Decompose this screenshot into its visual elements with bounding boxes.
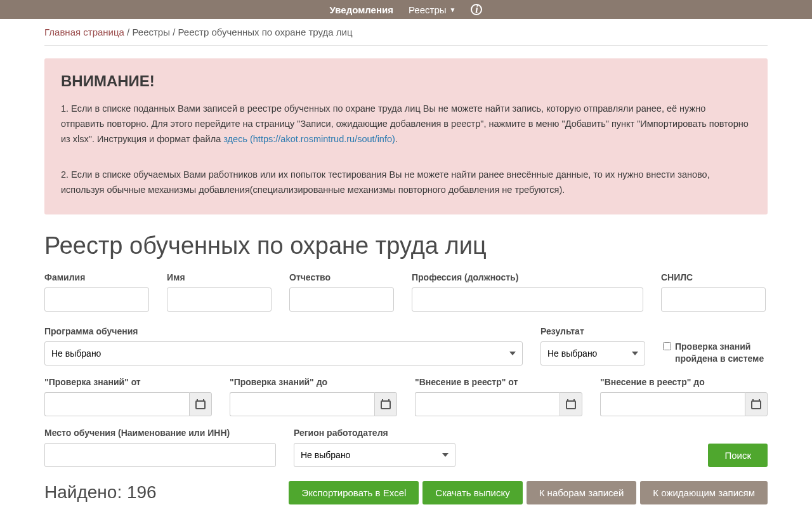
label-program: Программа обучения [44, 326, 523, 336]
nav-notifications[interactable]: Уведомления [322, 4, 401, 15]
to-record-sets-button[interactable]: К наборам записей [527, 481, 637, 504]
input-check-to[interactable] [230, 392, 374, 416]
input-firstname[interactable] [167, 287, 272, 312]
input-snils[interactable] [661, 287, 766, 312]
label-check-to: "Проверка знаний" до [230, 377, 397, 387]
breadcrumb-registries: Реестры [132, 27, 170, 37]
breadcrumb-home[interactable]: Главная страница [44, 27, 124, 37]
calendar-icon [751, 399, 761, 409]
nav-info[interactable]: i [463, 4, 490, 15]
calendar-button-check-to[interactable] [374, 392, 397, 416]
label-place: Место обучения (Наименование или ИНН) [44, 428, 276, 438]
page-title: Реестр обученных по охране труда лиц [44, 232, 768, 260]
calendar-button-entry-from[interactable] [560, 392, 582, 416]
alert-paragraph-2: 2. Если в списке обучаемых Вами работник… [61, 168, 751, 198]
label-check-from: "Проверка знаний" от [44, 377, 212, 387]
select-program[interactable]: Не выбрано [44, 341, 523, 366]
label-snils: СНИЛС [661, 272, 766, 282]
label-patronymic: Отчество [289, 272, 394, 282]
attention-alert: ВНИМАНИЕ! 1. Если в списке поданных Вами… [44, 58, 768, 214]
export-excel-button[interactable]: Экспортировать в Excel [289, 481, 419, 504]
input-entry-to[interactable] [600, 392, 745, 416]
label-profession: Профессия (должность) [412, 272, 643, 282]
alert-title: ВНИМАНИЕ! [61, 72, 751, 90]
input-place[interactable] [44, 443, 276, 467]
calendar-button-entry-to[interactable] [745, 392, 768, 416]
input-entry-from[interactable] [415, 392, 560, 416]
input-profession[interactable] [412, 287, 643, 312]
label-firstname: Имя [167, 272, 272, 282]
breadcrumb: Главная страница / Реестры / Реестр обуч… [44, 19, 768, 46]
calendar-icon [195, 399, 206, 409]
label-check-in-system: Проверка знаний пройдена в системе [675, 341, 768, 366]
label-lastname: Фамилия [44, 272, 149, 282]
top-navbar: Уведомления Реестры ▼ i [0, 0, 812, 19]
label-region: Регион работодателя [294, 428, 455, 438]
label-entry-to: "Внесение в реестр" до [600, 377, 768, 387]
calendar-icon [381, 399, 391, 409]
input-lastname[interactable] [44, 287, 149, 312]
search-button[interactable]: Поиск [708, 444, 768, 467]
chevron-down-icon: ▼ [450, 6, 456, 13]
label-result: Результат [540, 326, 645, 336]
input-patronymic[interactable] [289, 287, 394, 312]
alert-paragraph-1: 1. Если в списке поданных Вами записей в… [61, 102, 751, 147]
select-region[interactable]: Не выбрано [294, 443, 455, 467]
calendar-button-check-from[interactable] [189, 392, 212, 416]
download-extract-button[interactable]: Скачать выписку [422, 481, 522, 504]
checkbox-check-in-system[interactable] [663, 342, 671, 350]
info-icon: i [471, 4, 482, 15]
input-check-from[interactable] [44, 392, 189, 416]
calendar-icon [566, 399, 576, 409]
alert-link[interactable]: здесь (https://akot.rosmintrud.ru/sout/i… [223, 134, 395, 144]
label-entry-from: "Внесение в реестр" от [415, 377, 582, 387]
nav-registries-label: Реестры [409, 4, 447, 15]
to-pending-button[interactable]: К ожидающим записям [640, 481, 768, 504]
breadcrumb-current: Реестр обученных по охране труда лиц [178, 27, 352, 37]
select-result[interactable]: Не выбрано [540, 341, 645, 366]
found-count: Найдено: 196 [44, 482, 157, 503]
nav-registries[interactable]: Реестры ▼ [401, 4, 463, 15]
